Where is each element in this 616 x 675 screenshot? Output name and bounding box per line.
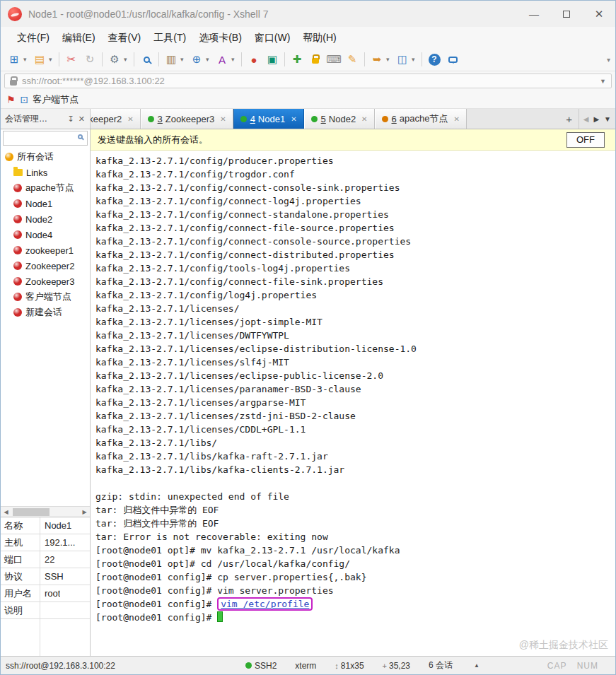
- disconnect-icon[interactable]: ✂: [63, 51, 80, 68]
- property-key: 用户名: [1, 585, 40, 601]
- panel-close-icon[interactable]: ✕: [76, 115, 87, 124]
- session-properties-icon[interactable]: ⚙: [106, 51, 123, 68]
- tab-close-icon[interactable]: ✕: [220, 115, 226, 123]
- property-value: SSH: [40, 568, 64, 585]
- launch-session-icon[interactable]: ⊡: [21, 94, 29, 105]
- status-encryption[interactable]: SSH2: [255, 661, 277, 671]
- menu-item[interactable]: 查看(V): [102, 27, 148, 48]
- compose-bar-icon[interactable]: ▥: [163, 51, 180, 68]
- tab-Zookeeper3[interactable]: 3Zookeeper3✕: [141, 109, 233, 129]
- session-list-toggle-icon[interactable]: ▲: [471, 660, 482, 671]
- xagent-icon[interactable]: ●: [245, 51, 262, 68]
- tab-list-icon[interactable]: ▼: [604, 115, 611, 123]
- menu-item[interactable]: 窗口(W): [248, 27, 297, 48]
- address-bar[interactable]: ssh://root:******@192.168.3.100:22 ▼: [4, 74, 612, 88]
- session-tree-item[interactable]: Node1: [1, 196, 90, 211]
- tab-close-icon[interactable]: ✕: [291, 115, 296, 123]
- terminal-line: kafka_2.13-2.7.1/config/connect-standalo…: [95, 208, 615, 221]
- dropdown-arrow-icon[interactable]: ▾: [124, 56, 130, 63]
- tab-scroll-right-icon[interactable]: ▶: [593, 115, 599, 123]
- transfer-icon[interactable]: ➥: [368, 51, 385, 68]
- horizontal-scrollbar[interactable]: ◀ ▶: [1, 506, 90, 517]
- reconnect-icon[interactable]: ↻: [81, 51, 98, 68]
- property-row: 主机192.1...: [1, 534, 90, 551]
- all-sessions-icon: [5, 153, 13, 161]
- bookmark-flag-icon[interactable]: ⚑: [6, 94, 16, 105]
- session-tree-item[interactable]: 新建会话: [1, 305, 90, 320]
- close-button[interactable]: ✕: [583, 1, 615, 27]
- menu-item[interactable]: 帮助(H): [296, 27, 342, 48]
- lock-icon[interactable]: [307, 51, 324, 68]
- new-tab-button[interactable]: +: [560, 109, 579, 129]
- session-tree-item[interactable]: Zookeeper3: [1, 274, 90, 289]
- proxy-icon[interactable]: ⊕: [188, 51, 205, 68]
- menu-item[interactable]: 工具(T): [147, 27, 192, 48]
- session-status-icon: [240, 116, 247, 122]
- caps-lock-indicator: CAP: [547, 661, 566, 671]
- terminal-output[interactable]: kafka_2.13-2.7.1/config/producer.propert…: [91, 151, 615, 656]
- tab-Node2[interactable]: 5Node2✕: [304, 109, 375, 129]
- xftp-icon[interactable]: ▣: [264, 51, 281, 68]
- session-tree-item[interactable]: zookeeper1: [1, 242, 90, 258]
- dropdown-arrow-icon[interactable]: ▾: [49, 56, 55, 63]
- session-tree-item[interactable]: apache节点: [1, 180, 90, 196]
- session-tree-label: apache节点: [25, 182, 74, 194]
- dropdown-arrow-icon[interactable]: ▾: [231, 56, 238, 63]
- session-tree-item[interactable]: Links: [1, 165, 90, 180]
- menu-item[interactable]: 编辑(E): [56, 27, 102, 48]
- bookmark-item[interactable]: 客户端节点: [33, 93, 79, 106]
- dropdown-arrow-icon[interactable]: ▾: [180, 56, 187, 63]
- minimize-button[interactable]: —: [518, 1, 550, 27]
- property-value: Node1: [40, 517, 71, 534]
- tab-scroll-left-icon[interactable]: ◀: [583, 115, 589, 123]
- tab-label: Zookeeper3: [165, 114, 214, 124]
- tab-close-icon[interactable]: ✕: [127, 115, 133, 123]
- dropdown-arrow-icon[interactable]: ▾: [412, 56, 418, 63]
- session-tree-item[interactable]: Node4: [1, 227, 90, 242]
- pin-icon[interactable]: ↧: [66, 115, 76, 124]
- session-tree-item[interactable]: 所有会话: [1, 149, 90, 165]
- terminal-line: kafka_2.13-2.7.1/licenses/slf4j-MIT: [95, 356, 615, 369]
- dropdown-arrow-icon[interactable]: ▾: [23, 56, 30, 63]
- dropdown-arrow-icon[interactable]: ▾: [386, 56, 393, 63]
- new-session-icon[interactable]: ⊞: [6, 51, 23, 68]
- keyboard-icon[interactable]: ⌨: [325, 51, 342, 68]
- status-connection: ssh://root@192.168.3.100:22: [1, 661, 245, 671]
- edit-icon[interactable]: ✎: [344, 51, 361, 68]
- session-tree-item[interactable]: Zookeeper2: [1, 258, 90, 274]
- menu-item[interactable]: 选项卡(B): [192, 27, 248, 48]
- search-icon[interactable]: [78, 134, 83, 139]
- font-icon[interactable]: A: [214, 51, 231, 68]
- session-tree-item[interactable]: 客户端节点: [1, 289, 90, 305]
- tab-apache节点[interactable]: 6apache节点✕: [375, 109, 467, 129]
- toolbar-separator: [422, 52, 422, 66]
- dropdown-arrow-icon[interactable]: ▾: [206, 56, 212, 63]
- terminal-line: [95, 476, 615, 490]
- tab-close-icon[interactable]: ✕: [361, 115, 367, 123]
- open-folder-icon[interactable]: ▤: [31, 51, 48, 68]
- search-input[interactable]: [3, 131, 88, 146]
- feedback-icon[interactable]: [444, 51, 461, 68]
- broadcast-off-button[interactable]: OFF: [566, 132, 605, 148]
- help-icon[interactable]: ?: [426, 51, 443, 68]
- tab-okeeper2[interactable]: okeeper2✕: [91, 109, 141, 129]
- fullscreen-icon[interactable]: ✚: [289, 51, 306, 68]
- find-icon[interactable]: [138, 51, 155, 68]
- terminal-line: kafka_2.13-2.7.1/config/connect-console-…: [95, 235, 615, 248]
- status-terminal-type[interactable]: xterm: [295, 661, 316, 671]
- scrollbar-thumb[interactable]: [13, 508, 50, 516]
- title-bar: Node1 - root@node01:/usr/local/kafka/con…: [1, 1, 615, 27]
- tab-Node1[interactable]: 4Node1✕: [233, 109, 304, 129]
- scroll-left-icon[interactable]: ◀: [1, 509, 11, 515]
- toolbar-overflow-icon[interactable]: ▾: [607, 56, 615, 64]
- property-key: 协议: [1, 568, 40, 585]
- session-tree-item[interactable]: Node2: [1, 211, 90, 227]
- menu-item[interactable]: 文件(F): [11, 27, 56, 48]
- tab-close-icon[interactable]: ✕: [453, 115, 459, 123]
- address-dropdown-icon[interactable]: ▼: [600, 78, 606, 85]
- layout-icon[interactable]: ◫: [394, 51, 411, 68]
- maximize-button[interactable]: [550, 1, 583, 27]
- feedback-icon: [448, 57, 458, 63]
- scroll-right-icon[interactable]: ▶: [79, 509, 90, 515]
- status-session-count[interactable]: 6 会话: [429, 659, 453, 671]
